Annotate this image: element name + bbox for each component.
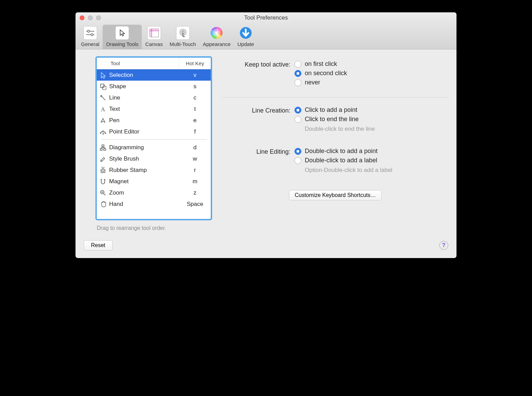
svg-point-3 — [91, 34, 93, 36]
cursor-icon — [97, 72, 109, 79]
option-label: Double-click to add a point — [305, 148, 378, 155]
divider — [222, 97, 448, 97]
svg-rect-20 — [102, 145, 104, 147]
download-arrow-icon — [239, 26, 253, 40]
line-creation-option-0[interactable]: Click to add a point — [294, 106, 448, 114]
line-editing-option-1[interactable]: Double-click to add a label — [294, 157, 448, 164]
tool-hotkey: Space — [179, 201, 211, 208]
tool-row-style-brush[interactable]: Style Brushw — [97, 153, 211, 164]
tool-hotkey: s — [179, 83, 211, 90]
zoom-icon — [97, 189, 109, 196]
tab-label: Appearance — [203, 41, 231, 47]
line-editing-radio-1[interactable] — [294, 157, 301, 164]
footer: Reset ? — [76, 240, 456, 258]
line-creation-label: Line Creation: — [222, 106, 294, 139]
color-wheel-icon — [210, 26, 223, 40]
tab-update[interactable]: Update — [234, 25, 257, 49]
tool-row-rubber-stamp[interactable]: Rubber Stampr — [97, 164, 211, 176]
tool-row-text[interactable]: ATextt — [97, 103, 211, 115]
keep-active-label: Keep tool active: — [222, 60, 294, 88]
tool-row-line[interactable]: Linec — [97, 92, 211, 103]
tab-label: Multi-Touch — [170, 41, 196, 47]
tab-drawing-tools[interactable]: Drawing Tools — [103, 25, 142, 49]
tool-name: Shape — [109, 83, 179, 90]
tool-row-magnet[interactable]: Magnetm — [97, 176, 211, 187]
rubber-stamp-icon — [97, 167, 109, 174]
line-editing-hint: Option-Double-click to add a label — [305, 167, 448, 174]
tool-name: Text — [109, 106, 179, 113]
tool-row-pen[interactable]: Pene — [97, 115, 211, 126]
tool-name: Line — [109, 94, 179, 101]
column-hotkey[interactable]: Hot Key — [179, 58, 211, 69]
line-creation-radio-0[interactable] — [294, 107, 301, 114]
preferences-toolbar: General Drawing Tools Canvas Multi-Touch… — [76, 23, 456, 49]
tool-row-zoom[interactable]: Zoomz — [97, 187, 211, 198]
line-creation-hint: Double-click to end the line — [305, 126, 448, 132]
svg-point-19 — [105, 132, 106, 134]
tool-list-hint: Drag to rearrange tool order. — [97, 225, 211, 231]
line-creation-radio-1[interactable] — [294, 116, 301, 123]
keep-active-option-2[interactable]: never — [294, 79, 448, 86]
option-label: Double-click to add a label — [305, 157, 377, 164]
tab-label: Update — [238, 41, 254, 47]
list-separator — [101, 139, 207, 140]
window-title: Tool Preferences — [76, 14, 456, 21]
tool-row-cursor[interactable]: Selectionv — [97, 69, 211, 81]
line-creation-option-1[interactable]: Click to end the line — [294, 116, 448, 123]
tab-multitouch[interactable]: Multi-Touch — [166, 25, 199, 49]
tool-hotkey: z — [179, 189, 211, 196]
tool-row-hand[interactable]: HandSpace — [97, 198, 211, 210]
tab-general[interactable]: General — [78, 25, 103, 49]
svg-rect-6 — [150, 29, 152, 37]
tool-name: Selection — [109, 72, 179, 79]
line-editing-option-0[interactable]: Double-click to add a point — [294, 148, 448, 155]
tab-canvas[interactable]: Canvas — [142, 25, 166, 49]
tool-hotkey: v — [179, 72, 211, 79]
tool-hotkey: w — [179, 155, 211, 162]
column-tool[interactable]: Tool — [109, 58, 179, 69]
tool-hotkey: m — [179, 178, 211, 185]
tool-list[interactable]: Tool Hot Key SelectionvShapesLinecATextt… — [95, 56, 212, 220]
settings-panel: Keep tool active: on first clickon secon… — [222, 56, 448, 236]
hand-icon — [97, 201, 109, 208]
tool-name: Rubber Stamp — [109, 167, 179, 174]
svg-point-14 — [102, 86, 106, 90]
question-icon: ? — [442, 242, 446, 248]
sliders-icon — [83, 26, 97, 40]
keep-active-radio-2[interactable] — [294, 79, 301, 86]
svg-point-18 — [100, 132, 101, 134]
tool-hotkey: c — [179, 94, 211, 101]
option-label: on first click — [305, 60, 337, 68]
help-button[interactable]: ? — [439, 241, 448, 250]
tool-row-diagramming[interactable]: Diagrammingd — [97, 142, 211, 153]
line-editing-radio-0[interactable] — [294, 148, 301, 155]
tool-hotkey: t — [179, 106, 211, 113]
tool-row-shape[interactable]: Shapes — [97, 81, 211, 92]
svg-rect-21 — [100, 149, 102, 150]
tool-name: Diagramming — [109, 144, 179, 151]
magnet-icon — [97, 178, 109, 185]
titlebar: Tool Preferences — [76, 12, 456, 23]
customize-keyboard-shortcuts-button[interactable]: Customize Keyboard Shortcuts… — [289, 190, 382, 200]
svg-line-16 — [102, 96, 106, 100]
keep-active-radio-1[interactable] — [294, 70, 301, 77]
tool-row-point-editor[interactable]: Point Editorf — [97, 126, 211, 137]
reset-button[interactable]: Reset — [84, 240, 113, 251]
keep-active-radio-0[interactable] — [294, 61, 301, 68]
tab-label: Drawing Tools — [106, 41, 138, 47]
shape-icon — [97, 83, 109, 90]
keep-active-option-0[interactable]: on first click — [294, 60, 448, 68]
option-label: never — [305, 79, 320, 86]
tool-list-header: Tool Hot Key — [97, 58, 211, 69]
svg-rect-22 — [104, 149, 106, 150]
keep-active-option-1[interactable]: on second click — [294, 70, 448, 77]
tab-label: Canvas — [145, 41, 163, 47]
tab-appearance[interactable]: Appearance — [199, 25, 234, 49]
point-editor-icon — [97, 128, 109, 135]
tool-name: Style Brush — [109, 155, 179, 162]
svg-point-11 — [211, 27, 222, 39]
svg-line-27 — [104, 194, 105, 195]
tool-hotkey: d — [179, 144, 211, 151]
touch-icon — [176, 26, 190, 40]
tool-hotkey: e — [179, 117, 211, 124]
